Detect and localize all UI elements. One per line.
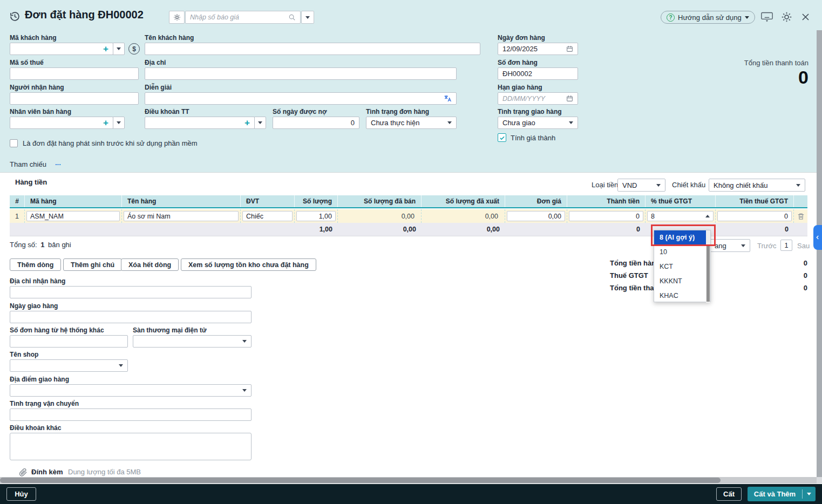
item-name-cell[interactable]: Áo sơ mi Nam [124, 211, 239, 221]
external-order-input[interactable] [10, 335, 128, 348]
quote-search-input[interactable]: Nhập số báo giá [185, 11, 301, 24]
vat-option-kct[interactable]: KCT [654, 260, 710, 274]
delivery-deadline-label: Hạn giao hàng [498, 84, 542, 91]
close-icon[interactable] [800, 11, 811, 23]
salesperson-dropdown-button[interactable] [113, 117, 125, 129]
save-options-dropdown-button[interactable] [803, 493, 816, 495]
dropdown-scrollbar-thumb[interactable] [706, 246, 710, 302]
quote-search-dropdown-button[interactable] [301, 11, 314, 24]
vat-option-10[interactable]: 10 [654, 245, 710, 260]
reference-more-link[interactable]: ... [55, 159, 61, 167]
translate-icon[interactable] [444, 94, 452, 103]
delete-row-button[interactable] [793, 209, 807, 223]
prev-page-button[interactable]: Trước [757, 242, 777, 250]
col-item-code[interactable]: Mã hàng [24, 195, 121, 207]
col-vat-rate[interactable]: % thuế GTGT [645, 195, 715, 207]
delivery-status-select[interactable]: Chưa giao [498, 117, 578, 129]
horizontal-scrollbar[interactable] [0, 477, 817, 483]
add-salesperson-icon[interactable]: + [103, 118, 108, 127]
receive-address-input[interactable] [10, 286, 252, 298]
paperclip-icon[interactable] [17, 467, 28, 478]
calendar-icon[interactable] [566, 45, 573, 52]
salesperson-input[interactable]: + [10, 117, 113, 129]
item-code-cell[interactable]: ASM_NAM [26, 211, 120, 221]
order-no-label: Số đơn hàng [498, 59, 538, 66]
order-status-select[interactable]: Chưa thực hiện [366, 117, 457, 129]
location-select[interactable] [10, 384, 252, 397]
quantity-cell[interactable]: 1,00 [296, 211, 336, 221]
shop-select[interactable] [10, 359, 128, 372]
vat-option-khac[interactable]: KHAC [654, 288, 710, 303]
side-panel-toggle[interactable] [813, 225, 822, 250]
col-amount[interactable]: Thành tiền [567, 195, 645, 207]
chevron-up-icon [705, 215, 710, 217]
delivery-date-input[interactable] [10, 311, 252, 323]
currency-select[interactable]: VND [617, 179, 665, 192]
add-customer-icon[interactable]: + [103, 44, 108, 53]
help-button[interactable]: ? Hướng dẫn sử dụng [661, 11, 755, 24]
add-note-button[interactable]: Thêm ghi chú [63, 258, 122, 271]
cancel-button[interactable]: Hủy [6, 487, 36, 501]
unit-price-cell[interactable]: 0,00 [507, 211, 565, 221]
vat-amount-cell[interactable]: 0 [717, 211, 792, 221]
save-and-new-button[interactable]: Cất và Thêm [748, 487, 816, 501]
unit-cell[interactable]: Chiếc [242, 211, 293, 221]
pre-software-checkbox-label: Là đơn đặt hàng phát sinh trước khi sử d… [23, 139, 198, 147]
credit-days-input[interactable]: 0 [273, 117, 359, 129]
description-input[interactable] [145, 92, 457, 105]
save-button[interactable]: Cất [716, 487, 742, 501]
other-terms-textarea[interactable] [10, 433, 252, 460]
delivery-deadline-placeholder: DD/MM/YYYY [502, 95, 545, 103]
tax-code-input[interactable] [10, 67, 139, 80]
add-payment-terms-icon[interactable]: + [244, 118, 250, 127]
vat-option-ai-suggested[interactable]: 8 (AI gợi ý) [654, 230, 710, 245]
payment-terms-dropdown-button[interactable] [254, 117, 266, 129]
page-number-input[interactable]: 1 [780, 240, 792, 251]
col-item-name[interactable]: Tên hàng [121, 195, 240, 207]
settings-gear-icon[interactable] [780, 11, 793, 23]
next-page-button[interactable]: Sau [797, 242, 810, 250]
discount-select[interactable]: Không chiết khấu [709, 179, 805, 192]
add-row-button[interactable]: Thêm dòng [10, 258, 61, 271]
calendar-icon[interactable] [566, 95, 573, 102]
platform-select[interactable] [133, 335, 252, 348]
amount-cell[interactable]: 0 [569, 211, 643, 221]
dropdown-scrollbar-track[interactable] [706, 230, 710, 303]
transport-status-input[interactable] [10, 408, 252, 421]
col-vat-amount[interactable]: Tiền thuế GTGT [715, 195, 793, 207]
pre-software-checkbox[interactable] [10, 139, 18, 147]
chevron-left-icon [815, 234, 820, 241]
total-payment-value: 0 [756, 284, 807, 292]
col-qty-sold[interactable]: Số lượng đã bán [337, 195, 421, 207]
payment-terms-input[interactable]: + [145, 117, 255, 129]
payment-terms-label: Điều khoản TT [145, 108, 189, 115]
col-quantity[interactable]: Số lượng [294, 195, 337, 207]
customer-debt-icon[interactable]: $ [128, 43, 140, 55]
col-unit[interactable]: ĐVT [240, 195, 294, 207]
customer-code-input[interactable]: + [10, 43, 113, 55]
col-index[interactable]: # [10, 195, 24, 207]
view-stock-button[interactable]: Xem số lượng tồn kho chưa đặt hàng [181, 258, 316, 271]
vat-option-kkknt[interactable]: KKKNT [654, 274, 710, 288]
attachment-label[interactable]: Đính kèm [31, 468, 63, 476]
order-no-input[interactable]: ĐH00002 [498, 67, 578, 80]
vat-rate-select[interactable]: 8 [647, 211, 714, 221]
customer-name-input[interactable] [145, 43, 480, 55]
external-order-label: Số đơn hàng từ hệ thống khác [10, 326, 104, 334]
shortcut-keyboard-icon[interactable] [760, 11, 773, 23]
quote-settings-button[interactable] [169, 11, 185, 24]
cost-calc-checkbox[interactable] [498, 133, 506, 142]
order-date-input[interactable]: 12/09/2025 [498, 43, 578, 55]
col-qty-exported[interactable]: Số lượng đã xuất [421, 195, 505, 207]
delivery-deadline-input[interactable]: DD/MM/YYYY [498, 92, 578, 105]
receiver-input[interactable] [10, 92, 139, 105]
col-unit-price[interactable]: Đơn giá [505, 195, 567, 207]
history-icon[interactable] [9, 10, 21, 23]
clear-rows-button[interactable]: Xóa hết dòng [121, 258, 179, 271]
customer-code-dropdown-button[interactable] [113, 43, 125, 55]
address-input[interactable] [145, 67, 457, 80]
items-section-title: Hàng tiền [15, 178, 47, 186]
vertical-scrollbar[interactable] [817, 30, 822, 477]
discount-value: Không chiết khấu [714, 181, 767, 189]
horizontal-scrollbar-thumb[interactable] [0, 478, 721, 483]
